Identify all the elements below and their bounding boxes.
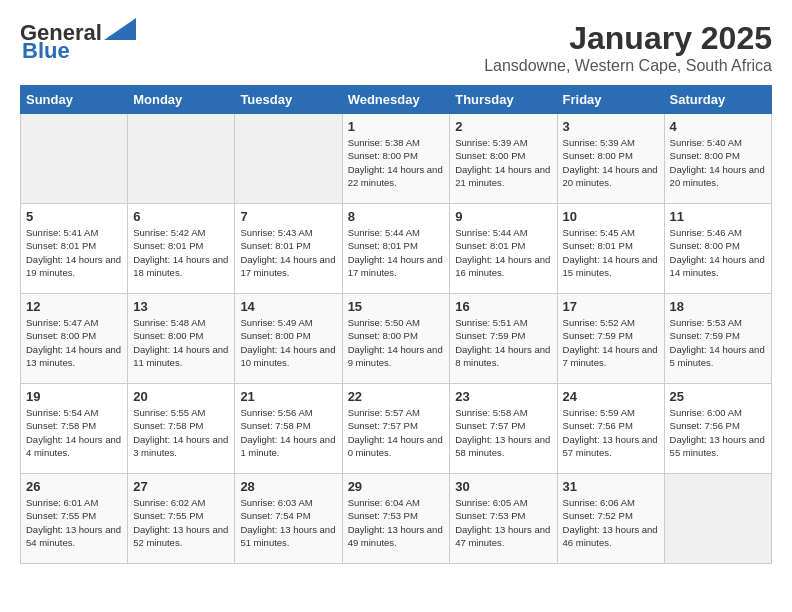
calendar-cell: 26Sunrise: 6:01 AMSunset: 7:55 PMDayligh… bbox=[21, 474, 128, 564]
day-number: 16 bbox=[455, 299, 551, 314]
cell-info: Sunrise: 5:49 AMSunset: 8:00 PMDaylight:… bbox=[240, 317, 335, 368]
cell-info: Sunrise: 5:46 AMSunset: 8:00 PMDaylight:… bbox=[670, 227, 765, 278]
cell-info: Sunrise: 5:38 AMSunset: 8:00 PMDaylight:… bbox=[348, 137, 443, 188]
calendar-cell: 18Sunrise: 5:53 AMSunset: 7:59 PMDayligh… bbox=[664, 294, 771, 384]
calendar-cell: 12Sunrise: 5:47 AMSunset: 8:00 PMDayligh… bbox=[21, 294, 128, 384]
calendar-cell: 25Sunrise: 6:00 AMSunset: 7:56 PMDayligh… bbox=[664, 384, 771, 474]
calendar-cell bbox=[664, 474, 771, 564]
calendar-cell bbox=[128, 114, 235, 204]
cell-info: Sunrise: 6:00 AMSunset: 7:56 PMDaylight:… bbox=[670, 407, 765, 458]
day-number: 23 bbox=[455, 389, 551, 404]
calendar-cell: 7Sunrise: 5:43 AMSunset: 8:01 PMDaylight… bbox=[235, 204, 342, 294]
calendar-cell: 10Sunrise: 5:45 AMSunset: 8:01 PMDayligh… bbox=[557, 204, 664, 294]
calendar-cell bbox=[235, 114, 342, 204]
location: Lansdowne, Western Cape, South Africa bbox=[484, 57, 772, 75]
calendar-cell: 14Sunrise: 5:49 AMSunset: 8:00 PMDayligh… bbox=[235, 294, 342, 384]
day-number: 10 bbox=[563, 209, 659, 224]
day-header-thursday: Thursday bbox=[450, 86, 557, 114]
cell-info: Sunrise: 6:03 AMSunset: 7:54 PMDaylight:… bbox=[240, 497, 335, 548]
day-number: 21 bbox=[240, 389, 336, 404]
day-number: 31 bbox=[563, 479, 659, 494]
day-number: 22 bbox=[348, 389, 445, 404]
calendar-week-4: 19Sunrise: 5:54 AMSunset: 7:58 PMDayligh… bbox=[21, 384, 772, 474]
cell-info: Sunrise: 6:01 AMSunset: 7:55 PMDaylight:… bbox=[26, 497, 121, 548]
title-block: January 2025 Lansdowne, Western Cape, So… bbox=[484, 20, 772, 75]
logo-icon bbox=[104, 18, 136, 40]
cell-info: Sunrise: 5:44 AMSunset: 8:01 PMDaylight:… bbox=[348, 227, 443, 278]
day-header-tuesday: Tuesday bbox=[235, 86, 342, 114]
cell-info: Sunrise: 5:43 AMSunset: 8:01 PMDaylight:… bbox=[240, 227, 335, 278]
day-number: 3 bbox=[563, 119, 659, 134]
cell-info: Sunrise: 6:02 AMSunset: 7:55 PMDaylight:… bbox=[133, 497, 228, 548]
cell-info: Sunrise: 5:57 AMSunset: 7:57 PMDaylight:… bbox=[348, 407, 443, 458]
cell-info: Sunrise: 6:06 AMSunset: 7:52 PMDaylight:… bbox=[563, 497, 658, 548]
calendar-cell: 19Sunrise: 5:54 AMSunset: 7:58 PMDayligh… bbox=[21, 384, 128, 474]
day-header-monday: Monday bbox=[128, 86, 235, 114]
day-number: 25 bbox=[670, 389, 766, 404]
calendar-cell: 4Sunrise: 5:40 AMSunset: 8:00 PMDaylight… bbox=[664, 114, 771, 204]
day-number: 5 bbox=[26, 209, 122, 224]
day-number: 9 bbox=[455, 209, 551, 224]
cell-info: Sunrise: 5:56 AMSunset: 7:58 PMDaylight:… bbox=[240, 407, 335, 458]
cell-info: Sunrise: 5:40 AMSunset: 8:00 PMDaylight:… bbox=[670, 137, 765, 188]
day-number: 12 bbox=[26, 299, 122, 314]
day-number: 29 bbox=[348, 479, 445, 494]
day-number: 13 bbox=[133, 299, 229, 314]
cell-info: Sunrise: 6:04 AMSunset: 7:53 PMDaylight:… bbox=[348, 497, 443, 548]
day-number: 2 bbox=[455, 119, 551, 134]
calendar-cell: 1Sunrise: 5:38 AMSunset: 8:00 PMDaylight… bbox=[342, 114, 450, 204]
day-number: 17 bbox=[563, 299, 659, 314]
cell-info: Sunrise: 5:48 AMSunset: 8:00 PMDaylight:… bbox=[133, 317, 228, 368]
calendar-cell: 13Sunrise: 5:48 AMSunset: 8:00 PMDayligh… bbox=[128, 294, 235, 384]
day-number: 15 bbox=[348, 299, 445, 314]
calendar-cell: 8Sunrise: 5:44 AMSunset: 8:01 PMDaylight… bbox=[342, 204, 450, 294]
calendar-cell: 28Sunrise: 6:03 AMSunset: 7:54 PMDayligh… bbox=[235, 474, 342, 564]
cell-info: Sunrise: 5:47 AMSunset: 8:00 PMDaylight:… bbox=[26, 317, 121, 368]
day-number: 7 bbox=[240, 209, 336, 224]
calendar-cell: 11Sunrise: 5:46 AMSunset: 8:00 PMDayligh… bbox=[664, 204, 771, 294]
cell-info: Sunrise: 6:05 AMSunset: 7:53 PMDaylight:… bbox=[455, 497, 550, 548]
calendar-week-3: 12Sunrise: 5:47 AMSunset: 8:00 PMDayligh… bbox=[21, 294, 772, 384]
day-number: 24 bbox=[563, 389, 659, 404]
calendar-week-2: 5Sunrise: 5:41 AMSunset: 8:01 PMDaylight… bbox=[21, 204, 772, 294]
cell-info: Sunrise: 5:58 AMSunset: 7:57 PMDaylight:… bbox=[455, 407, 550, 458]
cell-info: Sunrise: 5:54 AMSunset: 7:58 PMDaylight:… bbox=[26, 407, 121, 458]
calendar-cell: 5Sunrise: 5:41 AMSunset: 8:01 PMDaylight… bbox=[21, 204, 128, 294]
calendar-cell: 30Sunrise: 6:05 AMSunset: 7:53 PMDayligh… bbox=[450, 474, 557, 564]
day-header-wednesday: Wednesday bbox=[342, 86, 450, 114]
cell-info: Sunrise: 5:53 AMSunset: 7:59 PMDaylight:… bbox=[670, 317, 765, 368]
day-number: 4 bbox=[670, 119, 766, 134]
calendar-cell: 2Sunrise: 5:39 AMSunset: 8:00 PMDaylight… bbox=[450, 114, 557, 204]
logo-blue: Blue bbox=[22, 38, 70, 64]
day-number: 6 bbox=[133, 209, 229, 224]
calendar-cell: 29Sunrise: 6:04 AMSunset: 7:53 PMDayligh… bbox=[342, 474, 450, 564]
cell-info: Sunrise: 5:41 AMSunset: 8:01 PMDaylight:… bbox=[26, 227, 121, 278]
calendar-cell: 6Sunrise: 5:42 AMSunset: 8:01 PMDaylight… bbox=[128, 204, 235, 294]
cell-info: Sunrise: 5:42 AMSunset: 8:01 PMDaylight:… bbox=[133, 227, 228, 278]
day-number: 11 bbox=[670, 209, 766, 224]
logo: General Blue bbox=[20, 20, 136, 64]
calendar-cell: 23Sunrise: 5:58 AMSunset: 7:57 PMDayligh… bbox=[450, 384, 557, 474]
calendar-cell: 24Sunrise: 5:59 AMSunset: 7:56 PMDayligh… bbox=[557, 384, 664, 474]
day-header-friday: Friday bbox=[557, 86, 664, 114]
calendar-week-1: 1Sunrise: 5:38 AMSunset: 8:00 PMDaylight… bbox=[21, 114, 772, 204]
calendar-cell: 16Sunrise: 5:51 AMSunset: 7:59 PMDayligh… bbox=[450, 294, 557, 384]
calendar-cell: 15Sunrise: 5:50 AMSunset: 8:00 PMDayligh… bbox=[342, 294, 450, 384]
page-header: General Blue January 2025 Lansdowne, Wes… bbox=[20, 20, 772, 75]
cell-info: Sunrise: 5:45 AMSunset: 8:01 PMDaylight:… bbox=[563, 227, 658, 278]
day-number: 8 bbox=[348, 209, 445, 224]
day-header-saturday: Saturday bbox=[664, 86, 771, 114]
day-number: 27 bbox=[133, 479, 229, 494]
calendar-table: SundayMondayTuesdayWednesdayThursdayFrid… bbox=[20, 85, 772, 564]
calendar-cell: 20Sunrise: 5:55 AMSunset: 7:58 PMDayligh… bbox=[128, 384, 235, 474]
calendar-cell: 3Sunrise: 5:39 AMSunset: 8:00 PMDaylight… bbox=[557, 114, 664, 204]
day-number: 26 bbox=[26, 479, 122, 494]
calendar-week-5: 26Sunrise: 6:01 AMSunset: 7:55 PMDayligh… bbox=[21, 474, 772, 564]
cell-info: Sunrise: 5:50 AMSunset: 8:00 PMDaylight:… bbox=[348, 317, 443, 368]
day-number: 28 bbox=[240, 479, 336, 494]
calendar-cell: 17Sunrise: 5:52 AMSunset: 7:59 PMDayligh… bbox=[557, 294, 664, 384]
cell-info: Sunrise: 5:52 AMSunset: 7:59 PMDaylight:… bbox=[563, 317, 658, 368]
calendar-cell: 9Sunrise: 5:44 AMSunset: 8:01 PMDaylight… bbox=[450, 204, 557, 294]
day-number: 18 bbox=[670, 299, 766, 314]
cell-info: Sunrise: 5:39 AMSunset: 8:00 PMDaylight:… bbox=[563, 137, 658, 188]
